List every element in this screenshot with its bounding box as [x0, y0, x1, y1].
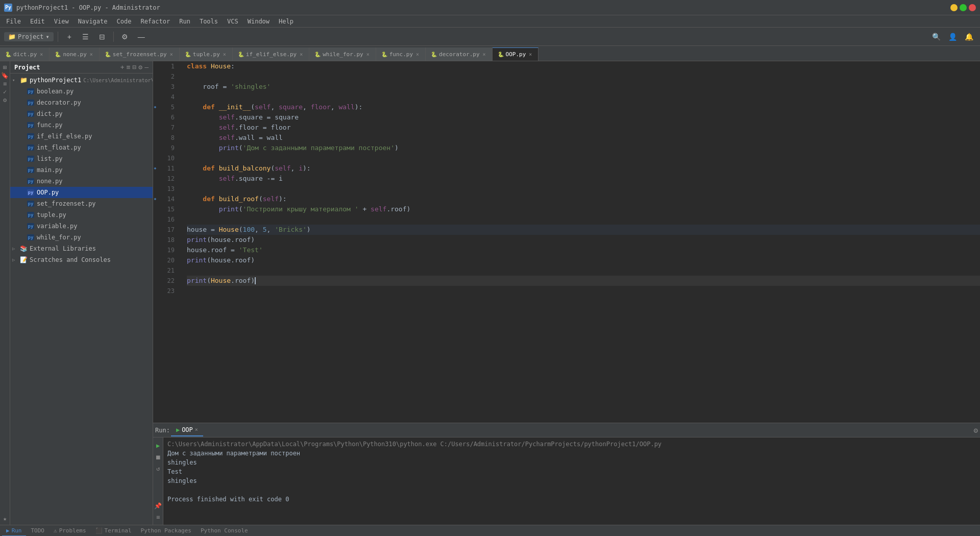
menu-help[interactable]: Help	[275, 17, 298, 26]
python-file-icon: 🐍	[238, 52, 244, 57]
sidebar-add-btn[interactable]: +	[120, 63, 125, 71]
project-icon[interactable]: ⊞	[1, 63, 9, 71]
settings-button[interactable]: ⚙	[118, 30, 132, 44]
tree-item-while-for[interactable]: py while_for.py	[10, 232, 153, 243]
tree-item-if-elif[interactable]: py if_elif_else.py	[10, 131, 153, 142]
notifications-button[interactable]: 🔔	[962, 30, 976, 44]
hide-button[interactable]: —	[134, 30, 149, 44]
console-cmd-line: C:\Users\Administrator\AppData\Local\Pro…	[167, 440, 976, 449]
tab-if-close[interactable]: ×	[299, 51, 304, 58]
profile-button[interactable]: 👤	[945, 30, 960, 44]
bottom-settings-btn[interactable]: ⚙	[974, 426, 978, 434]
code-line-23	[187, 286, 980, 296]
minimize-button[interactable]	[950, 4, 958, 11]
tree-item-external-libs[interactable]: ▷ 📚 External Libraries	[10, 243, 153, 254]
tab-decorator[interactable]: 🐍 decorator.py ×	[426, 47, 493, 61]
menu-code[interactable]: Code	[113, 17, 136, 26]
tab-tuple-close[interactable]: ×	[222, 51, 227, 58]
bookmarks-icon[interactable]: 🔖	[1, 71, 9, 80]
run-play-btn[interactable]: ▶	[154, 442, 162, 450]
structure-button[interactable]: ☰	[79, 30, 93, 44]
tab-none-close[interactable]: ×	[89, 51, 94, 58]
footer-tab-run[interactable]: ▶ Run	[2, 526, 26, 536]
tree-item-none[interactable]: py none.py	[10, 176, 153, 187]
title-bar-left: Py pythonProject1 - OOP.py - Administrat…	[4, 4, 160, 12]
footer-tab-problems[interactable]: ⚠ Problems	[50, 526, 90, 536]
footer-tab-todo[interactable]: TODO	[27, 526, 49, 536]
todo-icon[interactable]: ✓	[1, 88, 9, 96]
close-button[interactable]	[969, 4, 976, 11]
tree-item-int-float[interactable]: py int_float.py	[10, 142, 153, 153]
file-tree: ▾ 📁 pythonProject1 C:\Users\Administrato…	[10, 74, 153, 266]
menu-navigate[interactable]: Navigate	[74, 17, 112, 26]
tab-set-close[interactable]: ×	[169, 51, 174, 58]
footer-tab-python-console[interactable]: Python Console	[197, 526, 252, 536]
sidebar-expand-btn[interactable]: ≡	[127, 63, 131, 71]
tab-oop-close[interactable]: ×	[528, 51, 533, 58]
tab-func[interactable]: 🐍 func.py ×	[376, 47, 426, 61]
py-file-icon: py	[27, 211, 35, 219]
services-icon[interactable]: ⚙	[1, 96, 9, 104]
tab-none[interactable]: 🐍 none.py ×	[50, 47, 99, 61]
menu-view[interactable]: View	[50, 17, 73, 26]
favorites-icon[interactable]: ★	[1, 515, 9, 523]
tab-set-frozenset[interactable]: 🐍 set_frozenset.py ×	[100, 47, 180, 61]
while-for-label: while_for.py	[37, 234, 81, 241]
menu-file[interactable]: File	[2, 17, 25, 26]
footer-tab-terminal[interactable]: ⬛ Terminal	[91, 526, 136, 536]
footer-tab-python-packages[interactable]: Python Packages	[137, 526, 195, 536]
menu-tools[interactable]: Tools	[195, 17, 222, 26]
list-label: list.py	[37, 155, 63, 162]
tab-tuple[interactable]: 🐍 tuple.py ×	[180, 47, 233, 61]
tab-func-close[interactable]: ×	[415, 51, 420, 58]
maximize-button[interactable]	[960, 4, 967, 11]
line-num-20: 20	[157, 255, 179, 265]
sidebar-hide-btn[interactable]: —	[144, 63, 149, 71]
run-tab-close[interactable]: ×	[195, 427, 198, 432]
project-selector[interactable]: 📁 Project ▾	[4, 32, 54, 41]
menu-window[interactable]: Window	[243, 17, 274, 26]
tree-item-oop[interactable]: py OOP.py	[10, 187, 153, 198]
tab-oop[interactable]: 🐍 OOP.py ×	[493, 47, 539, 61]
tab-while-for[interactable]: 🐍 while_for.py ×	[309, 47, 376, 61]
code-editor[interactable]: ◈ ◈ ◈ 1	[153, 61, 980, 423]
sidebar-collapse-btn[interactable]: ⊟	[133, 63, 137, 71]
run-pin-btn[interactable]: 📌	[154, 502, 162, 509]
tree-item-decorator[interactable]: py decorator.py	[10, 97, 153, 108]
tab-decorator-close[interactable]: ×	[482, 51, 487, 58]
run-rerun-btn[interactable]: ↺	[156, 465, 160, 472]
tree-item-func[interactable]: py func.py	[10, 119, 153, 131]
line-num-9: 9	[157, 143, 179, 153]
line-num-1: 1	[157, 61, 179, 71]
new-file-button[interactable]: +	[62, 30, 77, 44]
tab-while-close[interactable]: ×	[365, 51, 371, 58]
sidebar-settings-btn[interactable]: ⚙	[138, 63, 142, 71]
project-root-label: pythonProject1	[30, 77, 81, 84]
toolbar-separator-2	[113, 32, 114, 42]
menu-vcs[interactable]: VCS	[223, 17, 242, 26]
bottom-tab-oop[interactable]: ▶ OOP ×	[171, 424, 203, 436]
tree-item-tuple[interactable]: py tuple.py	[10, 209, 153, 221]
tree-item-scratches[interactable]: ▷ 📝 Scratches and Consoles	[10, 254, 153, 265]
menu-refactor[interactable]: Refactor	[136, 17, 174, 26]
code-lines[interactable]: class House: roof = 'shingles' def __ini…	[183, 61, 980, 423]
tree-item-variable[interactable]: py variable.py	[10, 221, 153, 232]
line-num-14: 14	[157, 194, 179, 204]
collapse-button[interactable]: ⊟	[95, 30, 109, 44]
structure-icon[interactable]: ≡	[1, 80, 9, 88]
menu-run[interactable]: Run	[175, 17, 194, 26]
tab-dict-close[interactable]: ×	[39, 51, 44, 58]
tree-project-root[interactable]: ▾ 📁 pythonProject1 C:\Users\Administrato…	[10, 75, 153, 86]
run-sort-btn[interactable]: ≡	[156, 514, 160, 521]
menu-edit[interactable]: Edit	[26, 17, 49, 26]
search-button[interactable]: 🔍	[929, 30, 943, 44]
tree-item-boolean[interactable]: py boolean.py	[10, 86, 153, 97]
tree-item-list[interactable]: py list.py	[10, 153, 153, 164]
tree-item-main[interactable]: py main.py	[10, 164, 153, 176]
run-stop-btn[interactable]: ⏹	[155, 454, 161, 461]
tree-item-dict[interactable]: py dict.py	[10, 108, 153, 119]
tree-item-set-frozenset[interactable]: py set_frozenset.py	[10, 198, 153, 209]
tab-if-elif[interactable]: 🐍 if_elif_else.py ×	[233, 47, 309, 61]
line-num-8: 8	[157, 133, 179, 143]
tab-dict[interactable]: 🐍 dict.py ×	[0, 47, 50, 61]
